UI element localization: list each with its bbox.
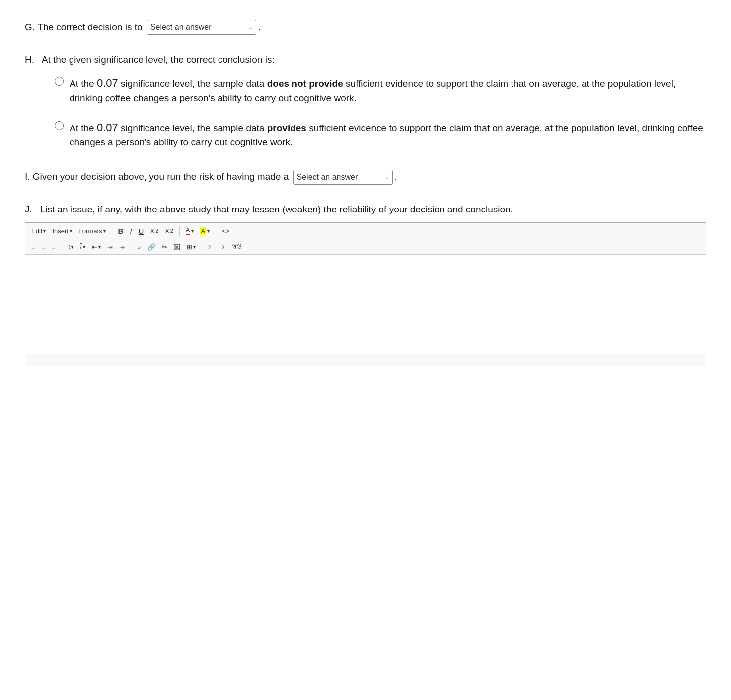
- font-color-button[interactable]: A ▾: [183, 225, 197, 237]
- section-I: I. Given your decision above, you run th…: [25, 170, 706, 185]
- toolbar-color-group: A ▾ A ▾: [183, 225, 213, 237]
- toolbar-align-group: ≡ ≡ ≡: [28, 242, 59, 252]
- font-color-caret: ▾: [191, 228, 194, 234]
- indent-less-button[interactable]: ⇤ ▾: [89, 242, 104, 252]
- underline-button[interactable]: U: [136, 225, 147, 237]
- section-I-text-before: Given your decision above, you run the r…: [33, 170, 289, 184]
- formats-menu-button[interactable]: Formats ▾: [75, 226, 109, 236]
- radio-option-2[interactable]: At the 0.07 significance level, the samp…: [55, 119, 706, 150]
- editor-toolbar-row1: Edit ▾ Insert ▾ Formats ▾ B I: [25, 223, 706, 239]
- table-icon: ⊞: [187, 243, 192, 251]
- italic-button[interactable]: I: [127, 225, 135, 237]
- subscript-button[interactable]: X2: [147, 226, 161, 236]
- image-button[interactable]: 🖼: [171, 242, 183, 252]
- attach-icon: ○: [137, 243, 141, 251]
- section-H-label: H.: [25, 54, 34, 65]
- toolbar-sep-4: [62, 242, 62, 252]
- align-center-button[interactable]: ≡: [39, 242, 49, 252]
- bold-label: B: [118, 227, 124, 235]
- indent-more-icon: ⇥: [119, 243, 125, 251]
- bg-color-caret: ▾: [207, 228, 210, 234]
- section-I-text-after: .: [395, 170, 397, 184]
- indent-icon: ⇥: [107, 243, 113, 251]
- insert-menu-label: Insert: [52, 227, 69, 235]
- section-H: H. At the given significance level, the …: [25, 53, 706, 150]
- bg-color-label: A: [200, 227, 207, 235]
- table-button[interactable]: ⊞ ▾: [184, 242, 199, 252]
- section-J-text: List an issue, if any, with the above st…: [40, 204, 513, 214]
- indent-less-caret: ▾: [98, 244, 101, 250]
- source-button[interactable]: <>: [219, 226, 232, 236]
- section-G-label: G.: [25, 20, 35, 35]
- chevron-down-icon-2: ⌄: [385, 173, 389, 181]
- image-icon: 🖼: [174, 243, 180, 251]
- radio-text-2: At the 0.07 significance level, the samp…: [70, 119, 706, 150]
- section-I-dropdown[interactable]: Select an answer ⌄: [293, 170, 393, 185]
- resize-handle-icon: ⁝: [702, 359, 704, 365]
- section-I-content: I. Given your decision above, you run th…: [25, 170, 706, 185]
- superscript-button[interactable]: X2: [162, 226, 176, 236]
- radio-circle-1: [55, 77, 64, 86]
- outdent-icon: ⇤: [92, 243, 97, 251]
- link-button[interactable]: 🔗: [145, 242, 158, 252]
- sum-plus-button[interactable]: Σ+: [205, 242, 219, 252]
- editor-content-area[interactable]: [25, 255, 706, 354]
- edit-menu-label: Edit: [31, 227, 42, 235]
- toolbar-sep-6: [202, 242, 202, 252]
- edit-menu-caret: ▾: [43, 228, 46, 234]
- toolbar-sep-3: [216, 226, 216, 236]
- formats-menu-label: Formats: [78, 227, 102, 235]
- edit-menu-button[interactable]: Edit ▾: [28, 226, 49, 236]
- link-icon: 🔗: [147, 243, 155, 251]
- ordered-list-caret: ▾: [83, 244, 85, 250]
- unlink-icon: ✂: [162, 243, 167, 251]
- underline-label: U: [139, 227, 144, 235]
- align-right-button[interactable]: ≡: [49, 242, 59, 252]
- section-J-header: J. List an issue, if any, with the above…: [25, 203, 706, 217]
- section-H-header: H. At the given significance level, the …: [25, 53, 706, 67]
- attach-button[interactable]: ○: [134, 242, 144, 252]
- formats-menu-caret: ▾: [103, 228, 106, 234]
- align-left-button[interactable]: ≡: [28, 242, 38, 252]
- radio-circle-2: [55, 121, 64, 130]
- sum-button[interactable]: Σ: [219, 242, 229, 252]
- insert-menu-caret: ▾: [70, 228, 72, 234]
- toolbar-media-group: ○ 🔗 ✂ 🖼 ⊞ ▾: [134, 242, 199, 252]
- radio-text-1: At the 0.07 significance level, the samp…: [70, 75, 706, 106]
- toolbar-file-group: Edit ▾ Insert ▾ Formats ▾: [28, 226, 109, 236]
- section-G-dropdown-value: Select an answer: [150, 21, 212, 33]
- font-color-label: A: [186, 226, 190, 235]
- section-G: G. The correct decision is to Select an …: [25, 20, 706, 35]
- rich-text-editor: Edit ▾ Insert ▾ Formats ▾ B I: [25, 222, 706, 366]
- unlink-button[interactable]: ✂: [159, 242, 170, 252]
- source-label: <>: [222, 227, 229, 235]
- section-I-dropdown-value: Select an answer: [297, 171, 358, 183]
- align-right-icon: ≡: [52, 243, 56, 251]
- insert-menu-button[interactable]: Insert ▾: [49, 226, 75, 236]
- section-J: J. List an issue, if any, with the above…: [25, 203, 706, 367]
- indent-button[interactable]: ⇥: [116, 242, 128, 252]
- unordered-list-caret: ▾: [71, 244, 73, 250]
- section-H-options: At the 0.07 significance level, the samp…: [55, 75, 706, 150]
- ordered-list-button[interactable]: ⁝ ▾: [77, 242, 88, 252]
- sum-plus-icon: Σ+: [208, 243, 216, 251]
- bold-button[interactable]: B: [115, 225, 127, 237]
- toolbar-formula-group: Σ+ Σ 𝔄𝔅: [205, 241, 245, 252]
- align-left-icon: ≡: [31, 243, 35, 251]
- unordered-list-button[interactable]: ⁝ ▾: [65, 242, 76, 252]
- section-G-content: G. The correct decision is to Select an …: [25, 20, 706, 35]
- editor-footer: ⁝: [25, 354, 706, 366]
- section-G-dropdown[interactable]: Select an answer ⌄: [147, 20, 256, 35]
- outdent-button[interactable]: ⇥: [104, 242, 116, 252]
- toolbar-sep-5: [131, 242, 131, 252]
- italic-label: I: [130, 227, 132, 235]
- toolbar-list-group: ⁝ ▾ ⁝ ▾ ⇤ ▾ ⇥ ⇥: [65, 242, 128, 252]
- chevron-down-icon: ⌄: [248, 23, 253, 32]
- spell-button[interactable]: 𝔄𝔅: [229, 241, 245, 252]
- toolbar-sep-2: [179, 226, 180, 236]
- radio-option-1[interactable]: At the 0.07 significance level, the samp…: [55, 75, 706, 106]
- sum-icon: Σ: [222, 243, 226, 251]
- editor-toolbar-row2: ≡ ≡ ≡ ⁝ ▾ ⁝ ▾ ⇤: [25, 239, 706, 255]
- bg-color-button[interactable]: A ▾: [197, 226, 213, 236]
- table-caret: ▾: [193, 244, 196, 250]
